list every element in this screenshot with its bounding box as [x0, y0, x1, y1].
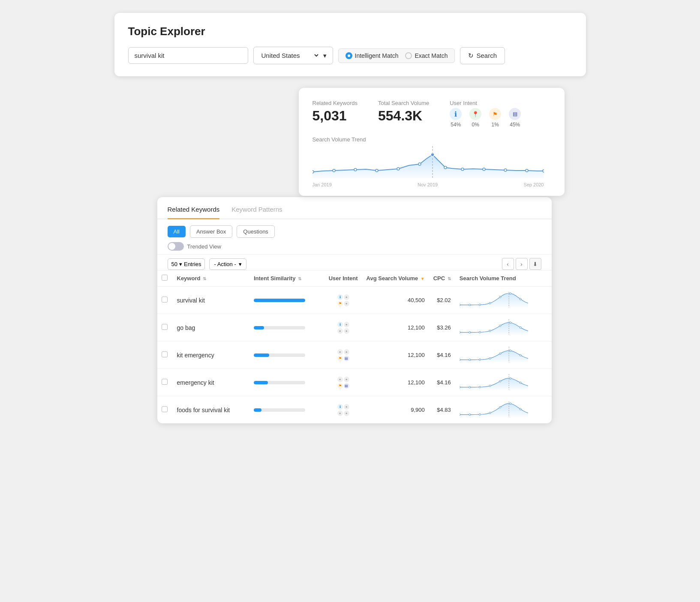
svg-point-13 [543, 170, 544, 172]
col-header-avg-volume[interactable]: Avg Search Volume ▼ [362, 270, 429, 287]
row-avg-volume: 9,900 [362, 396, 429, 424]
row-checkbox[interactable] [157, 396, 173, 424]
exact-match-option[interactable]: Exact Match [405, 52, 448, 59]
match-options: Intelligent Match Exact Match [338, 48, 455, 63]
svg-point-40 [479, 386, 481, 388]
svg-point-41 [489, 385, 491, 387]
filter-all-button[interactable]: All [168, 226, 186, 237]
svg-point-28 [520, 326, 521, 328]
row-avg-volume: 12,100 [362, 369, 429, 396]
topic-explorer-card: Topic Explorer United States ▾ Intellige… [114, 13, 586, 76]
trend-axis: Jan 2019 Nov 2019 Sep 2020 [312, 182, 544, 187]
chevron-down-icon: ▾ [179, 261, 182, 267]
entries-value: 50 [171, 261, 177, 267]
tab-keyword-patterns[interactable]: Keyword Patterns [231, 206, 282, 219]
summary-metrics: Related Keywords 5,031 Total Search Volu… [312, 100, 551, 128]
trend-axis-mid: Nov 2019 [418, 182, 438, 187]
col-header-checkbox [157, 270, 173, 287]
svg-point-47 [469, 414, 470, 416]
trended-view-toggle[interactable] [168, 242, 184, 251]
svg-point-36 [520, 354, 521, 356]
related-keywords-label: Related Keywords [312, 100, 358, 106]
svg-point-10 [483, 168, 485, 171]
intelligent-match-radio[interactable] [345, 52, 352, 59]
user-intent-label: User Intent [450, 100, 521, 106]
table-card: Related Keywords Keyword Patterns All An… [157, 197, 552, 423]
svg-point-48 [479, 413, 481, 415]
row-checkbox[interactable] [157, 314, 173, 341]
page-title: Topic Explorer [128, 25, 572, 38]
svg-point-30 [460, 359, 460, 361]
row-cpc: $3.26 [429, 314, 455, 341]
row-checkbox[interactable] [157, 341, 173, 369]
svg-point-16 [479, 304, 481, 305]
svg-point-33 [489, 357, 491, 359]
row-trend [455, 287, 552, 314]
svg-point-23 [469, 332, 470, 333]
intent-nav-pct: 1% [492, 122, 499, 128]
svg-point-8 [444, 166, 447, 169]
chevron-down-icon: ▾ [239, 261, 242, 267]
entries-select[interactable]: 50 ▾ Entries [168, 258, 205, 270]
filter-answer-box-button[interactable]: Answer Box [190, 225, 232, 238]
svg-point-7 [431, 153, 434, 156]
toggle-knob [168, 243, 175, 250]
col-header-keyword[interactable]: Keyword ⇅ [173, 270, 249, 287]
svg-point-20 [520, 298, 521, 300]
svg-point-22 [460, 332, 460, 333]
refresh-icon: ↻ [468, 52, 474, 60]
user-intent-icons: ℹ 54% 📍 0% ⚑ 1% ▤ 45% [450, 108, 521, 128]
table-row: emergency kit ●● ⚑▤ 12,100 $4.16 [157, 369, 552, 396]
svg-point-38 [460, 386, 460, 388]
row-cpc: $4.83 [429, 396, 455, 424]
select-all-checkbox[interactable] [162, 275, 168, 281]
row-user-intent: ℹ● ●● [324, 396, 362, 424]
action-select[interactable]: - Action - ▾ [209, 258, 246, 270]
search-button[interactable]: ↻ Search [460, 47, 505, 64]
svg-point-44 [520, 382, 521, 383]
intent-pin-pct: 0% [472, 122, 479, 128]
svg-point-34 [499, 353, 501, 354]
exact-match-label: Exact Match [415, 52, 448, 59]
svg-point-26 [499, 325, 501, 326]
next-page-button[interactable]: › [516, 258, 528, 270]
svg-point-5 [397, 168, 400, 170]
exact-match-radio[interactable] [405, 52, 412, 59]
svg-point-3 [354, 168, 357, 171]
row-trend [455, 396, 552, 424]
svg-point-14 [460, 304, 460, 306]
summary-card: Related Keywords 5,031 Total Search Volu… [299, 88, 565, 196]
svg-point-39 [469, 386, 470, 388]
row-keyword: survival kit [173, 287, 249, 314]
country-select[interactable]: United States ▾ [253, 47, 333, 64]
row-trend [455, 369, 552, 396]
row-cpc: $2.02 [429, 287, 455, 314]
svg-point-52 [520, 408, 521, 410]
table-controls: 50 ▾ Entries - Action - ▾ ‹ › ⬇ [157, 254, 552, 270]
svg-point-18 [499, 296, 501, 298]
svg-point-35 [509, 350, 511, 351]
intent-info-pct: 54% [451, 122, 461, 128]
filter-questions-button[interactable]: Questions [237, 225, 275, 238]
svg-point-9 [461, 168, 464, 171]
svg-point-49 [489, 412, 491, 414]
search-input[interactable] [128, 47, 248, 64]
row-checkbox[interactable] [157, 287, 173, 314]
trend-label: Search Volume Trend [312, 136, 551, 143]
trend-chart [312, 146, 551, 180]
trend-axis-end: Sep 2020 [523, 182, 544, 187]
country-dropdown[interactable]: United States [260, 51, 320, 60]
svg-point-32 [479, 359, 481, 360]
row-avg-volume: 40,500 [362, 287, 429, 314]
tab-related-keywords[interactable]: Related Keywords [168, 206, 220, 219]
table-row: foods for survival kit ℹ● ●● 9,900 $4.83 [157, 396, 552, 424]
col-header-cpc[interactable]: CPC ⇅ [429, 270, 455, 287]
row-checkbox[interactable] [157, 369, 173, 396]
download-button[interactable]: ⬇ [529, 258, 541, 270]
chevron-down-icon: ▾ [323, 52, 327, 60]
col-header-intent-similarity[interactable]: Intent Similarity ⇅ [249, 270, 324, 287]
svg-point-27 [509, 322, 511, 323]
row-intent-similarity [249, 287, 324, 314]
intelligent-match-option[interactable]: Intelligent Match [345, 52, 399, 59]
prev-page-button[interactable]: ‹ [502, 258, 514, 270]
